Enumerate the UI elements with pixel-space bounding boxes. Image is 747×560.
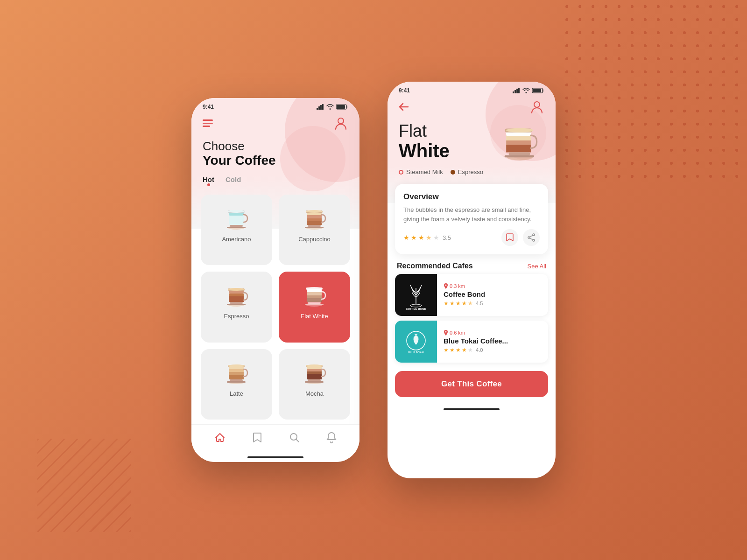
rating-stars: ★ ★ ★ ★ ★ 3.5 [403, 234, 451, 241]
blue-tokai-info: 0.6 km Blue Tokai Coffee... ★ ★ ★ ★ ★ 4.… [444, 325, 548, 358]
svg-rect-19 [307, 221, 322, 225]
battery-icon [336, 104, 348, 110]
coffee-card-flatwhite[interactable]: Flat White [279, 272, 350, 342]
coffee-name-espresso: Espresso [224, 313, 249, 320]
overview-title: Overview [403, 192, 540, 202]
phone-2-header [388, 96, 556, 118]
rating-row: ★ ★ ★ ★ ★ 3.5 [403, 229, 540, 246]
title-line1: Choose [203, 139, 348, 154]
back-button[interactable] [399, 103, 409, 111]
svg-rect-13 [227, 227, 246, 228]
svg-rect-37 [307, 295, 322, 298]
share-icon [527, 233, 536, 242]
coffee-hero: Flat White [388, 118, 556, 164]
tab-hot[interactable]: Hot [203, 175, 214, 185]
bookmark-icon [252, 432, 262, 443]
svg-rect-5 [337, 105, 345, 109]
recommended-title: Recommended Cafes [397, 262, 473, 270]
nav-home[interactable] [214, 432, 226, 443]
svg-rect-36 [307, 292, 322, 295]
lines-decoration [37, 439, 131, 532]
coffee-bond-distance: 0.3 km [444, 283, 543, 289]
svg-rect-76 [506, 145, 531, 152]
coffee-cup-americano [220, 203, 253, 231]
action-buttons [501, 229, 540, 246]
blue-tokai-distance: 0.6 km [444, 330, 543, 336]
cafe-card-blue-tokai[interactable]: BLUE TOKAI 0.6 km Blue Tokai Coffee... ★ [395, 321, 548, 363]
coffee-card-espresso[interactable]: Espresso [201, 272, 272, 342]
svg-rect-61 [308, 379, 321, 381]
save-button[interactable] [501, 229, 518, 246]
tab-cold[interactable]: Cold [226, 175, 241, 185]
status-bar-2: 9:41 [388, 82, 556, 96]
svg-rect-32 [227, 304, 246, 305]
phone-1: 9:41 [191, 98, 359, 462]
coffee-card-latte[interactable]: Latte [201, 349, 272, 420]
star-5: ★ [433, 234, 439, 241]
coffee-cup-mocha [298, 357, 331, 385]
svg-rect-27 [229, 294, 244, 296]
nav-search[interactable] [289, 433, 300, 443]
coffee-name-line1: Flat [399, 122, 450, 140]
espresso-dot [451, 170, 455, 175]
svg-rect-31 [230, 302, 243, 304]
svg-rect-42 [305, 304, 324, 305]
profile-button[interactable] [333, 116, 348, 131]
ingredient-steamed-milk: Steamed Milk [399, 168, 443, 175]
profile-button-2[interactable] [529, 99, 544, 114]
svg-point-87 [445, 285, 447, 286]
coffee-card-cappuccino[interactable]: Cappuccino [279, 195, 350, 265]
svg-rect-18 [307, 218, 322, 221]
svg-point-6 [338, 118, 344, 124]
svg-point-40 [306, 287, 323, 290]
svg-rect-74 [506, 136, 531, 140]
svg-rect-69 [533, 89, 541, 92]
coffee-card-mocha[interactable]: Mocha [279, 349, 350, 420]
status-time-1: 9:41 [203, 104, 214, 110]
blue-tokai-rating: 4.0 [476, 347, 483, 353]
coffee-bond-logo-svg: COFFEE BOND [400, 279, 432, 311]
svg-rect-1 [318, 106, 320, 110]
flatwhite-cup-svg [299, 280, 330, 308]
steamed-milk-dot [399, 170, 403, 175]
coffee-name-cappuccino: Cappuccino [298, 236, 331, 243]
coffee-hero-title: Flat White [399, 122, 450, 161]
steamed-milk-label: Steamed Milk [406, 168, 443, 175]
svg-text:BLUE TOKAI: BLUE TOKAI [408, 351, 424, 354]
see-all-button[interactable]: See All [528, 263, 546, 270]
hero-cup-svg [498, 117, 544, 164]
phone-2: 9:41 [388, 82, 556, 478]
espresso-cup-svg [221, 280, 252, 308]
get-coffee-button[interactable]: Get This Coffee [395, 371, 548, 397]
svg-rect-66 [516, 89, 518, 93]
rating-number: 3.5 [443, 234, 451, 241]
cb-star-5: ★ [468, 300, 473, 307]
user-icon [335, 117, 347, 130]
coffee-name-mocha: Mocha [305, 390, 324, 397]
svg-point-11 [228, 210, 245, 213]
svg-point-21 [306, 210, 323, 213]
svg-rect-38 [307, 298, 322, 302]
svg-rect-23 [305, 227, 324, 228]
svg-rect-67 [518, 88, 520, 93]
coffee-card-americano[interactable]: Americano [201, 195, 272, 265]
svg-point-91 [445, 331, 447, 333]
blue-tokai-distance-text: 0.6 km [450, 330, 465, 336]
nav-saved[interactable] [252, 432, 262, 443]
coffee-bond-distance-text: 0.3 km [450, 283, 465, 289]
cafe-card-coffee-bond[interactable]: COFFEE BOND 0.3 km Coffee Bond ★ ★ [395, 274, 548, 316]
star-2: ★ [411, 234, 417, 241]
espresso-label: Espresso [458, 168, 483, 175]
svg-rect-52 [227, 381, 246, 383]
coffee-cup-espresso [220, 280, 253, 308]
share-button[interactable] [523, 229, 540, 246]
user-icon-2 [531, 100, 543, 113]
ingredients-row: Steamed Milk Espresso [388, 164, 556, 180]
svg-point-50 [228, 364, 245, 367]
nav-notifications[interactable] [326, 432, 337, 443]
battery-icon-2 [532, 88, 544, 93]
menu-button[interactable] [203, 119, 213, 127]
coffee-bond-rating: 4.5 [476, 301, 483, 306]
bottom-nav [191, 424, 359, 453]
status-time-2: 9:41 [399, 87, 410, 94]
